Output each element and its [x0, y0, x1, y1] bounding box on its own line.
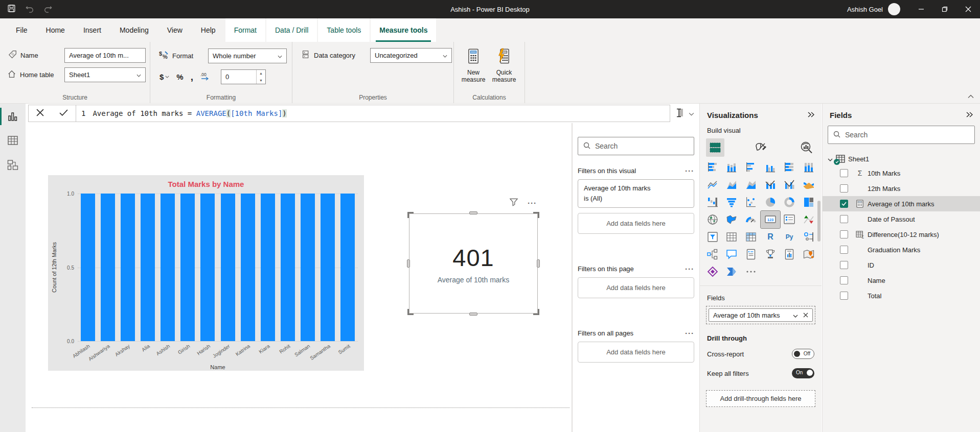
table-icon[interactable] [722, 228, 742, 246]
chevron-down-icon[interactable] [828, 155, 833, 163]
tab-insert[interactable]: Insert [75, 18, 110, 42]
redo-icon[interactable] [43, 5, 53, 14]
chart-bar[interactable] [161, 194, 175, 341]
resize-handle[interactable] [407, 212, 414, 218]
python-visual-icon[interactable]: Py [780, 228, 800, 246]
tab-file[interactable]: File [7, 18, 36, 42]
chart-bar[interactable] [221, 194, 235, 341]
field-row-12th-marks[interactable]: 12th Marks [823, 181, 980, 196]
report-canvas[interactable]: Total Marks by Name Count of 12th Marks … [26, 123, 572, 432]
paginated-report-icon[interactable] [780, 246, 800, 263]
treemap-icon[interactable] [799, 194, 818, 211]
data-category-select[interactable]: Uncategorized [370, 48, 452, 63]
donut-chart-icon[interactable] [780, 194, 800, 211]
filters-search-input[interactable]: Search [578, 137, 694, 155]
ribbon-chart-icon[interactable] [799, 176, 818, 194]
chart-bar[interactable] [200, 194, 215, 341]
drill-through-dropzone[interactable]: Add drill-through fields here [706, 390, 815, 407]
close-icon[interactable] [956, 0, 980, 18]
dax-formula-input[interactable]: 1 Average of 10th marks = AVERAGE([10th … [76, 105, 670, 122]
tab-table-tools[interactable]: Table tools [318, 18, 370, 42]
collapse-ribbon-icon[interactable] [968, 92, 974, 100]
field-checkbox[interactable] [840, 169, 848, 177]
cancel-formula-icon[interactable] [36, 109, 44, 118]
collapse-pane-icon[interactable] [966, 111, 973, 119]
resize-handle[interactable] [469, 313, 477, 316]
field-checkbox[interactable] [840, 184, 848, 193]
smart-narrative-icon[interactable] [741, 246, 761, 263]
clustered-column-chart-icon[interactable] [761, 159, 780, 176]
analytics-tab[interactable] [797, 138, 815, 157]
tab-measure-tools[interactable]: Measure tools [371, 18, 436, 42]
tab-home[interactable]: Home [37, 18, 74, 42]
field-row-id[interactable]: ID [823, 257, 980, 273]
power-apps-icon[interactable] [703, 263, 722, 280]
stacked-column-chart-icon[interactable] [722, 159, 742, 176]
stacked-area-chart-icon[interactable] [741, 176, 761, 194]
fields-well[interactable]: Average of 10th marks [706, 306, 815, 324]
chart-bar[interactable] [281, 194, 295, 341]
undo-icon[interactable] [25, 5, 34, 14]
filled-map-icon[interactable] [722, 211, 742, 228]
cross-report-toggle[interactable]: Off [792, 349, 814, 359]
card-icon[interactable]: 123 [761, 211, 780, 228]
key-influencers-icon[interactable] [799, 228, 818, 246]
filter-card[interactable]: Average of 10th marksis (All) [578, 179, 694, 208]
slicer-icon[interactable] [703, 228, 722, 246]
resize-handle[interactable] [533, 309, 539, 315]
field-checkbox[interactable] [840, 246, 848, 254]
field-row-name[interactable]: Name [823, 273, 980, 288]
chart-bar[interactable] [121, 194, 135, 341]
filter-dropzone[interactable]: Add data fields here [578, 277, 694, 298]
chart-bar[interactable] [340, 194, 355, 341]
save-icon[interactable] [7, 4, 16, 14]
chart-bar[interactable] [321, 194, 335, 341]
data-view-icon[interactable] [7, 134, 19, 147]
decimal-places-stepper[interactable]: 0 ▲▼ [221, 69, 266, 84]
matrix-icon[interactable] [741, 228, 761, 246]
gauge-icon[interactable] [741, 211, 761, 228]
stacked-bar-chart-icon[interactable] [703, 159, 722, 176]
clustered-bar-chart-icon[interactable] [741, 159, 761, 176]
chart-bar[interactable] [261, 194, 275, 341]
filter-funnel-icon[interactable] [509, 198, 518, 208]
field-pill[interactable]: Average of 10th marks [709, 308, 813, 322]
field-checkbox[interactable] [840, 200, 848, 208]
remove-field-icon[interactable] [803, 311, 808, 319]
field-checkbox[interactable] [840, 230, 848, 238]
100-stacked-bar-chart-icon[interactable] [780, 159, 800, 176]
area-chart-icon[interactable] [722, 176, 742, 194]
chart-bar[interactable] [101, 194, 115, 341]
filter-dropzone[interactable]: Add data fields here [578, 342, 694, 363]
field-checkbox[interactable] [840, 261, 848, 269]
decomposition-tree-icon[interactable] [703, 246, 722, 263]
chart-bar[interactable] [141, 194, 155, 341]
resize-handle[interactable] [469, 211, 477, 214]
r-script-icon[interactable]: R [761, 228, 780, 246]
report-view-icon[interactable] [7, 110, 19, 123]
model-view-icon[interactable] [7, 159, 19, 171]
fields-search-input[interactable]: Search [828, 126, 975, 144]
qa-icon[interactable] [722, 246, 742, 263]
line-clustered-column-chart-icon[interactable] [780, 176, 800, 194]
field-row-date-of-passout[interactable]: Date of Passout [823, 211, 980, 227]
percent-format-button[interactable]: % [176, 73, 183, 81]
field-checkbox[interactable] [840, 292, 848, 300]
resize-handle[interactable] [407, 259, 410, 268]
field-row-graduation-marks[interactable]: Graduation Marks [823, 242, 980, 257]
field-checkbox[interactable] [840, 276, 848, 284]
kpi-icon[interactable] [799, 211, 818, 228]
chart-bar[interactable] [241, 194, 255, 341]
field-row-10th-marks[interactable]: Σ10th Marks [823, 165, 980, 181]
power-automate-icon[interactable] [722, 263, 742, 280]
build-visual-tab[interactable] [706, 138, 724, 157]
format-select[interactable]: Whole number [208, 49, 287, 63]
funnel-chart-icon[interactable] [722, 194, 742, 211]
card-visual[interactable]: ··· 401 Average of 10th marks [409, 213, 538, 314]
bar-chart-visual[interactable]: Total Marks by Name Count of 12th Marks … [48, 175, 364, 371]
more-options-icon[interactable]: ··· [685, 329, 694, 338]
thousands-separator-button[interactable]: , [191, 75, 193, 80]
line-chart-icon[interactable] [703, 176, 722, 194]
collapse-pane-icon[interactable] [807, 111, 814, 119]
field-row-difference-10-12-marks-[interactable]: ΣDifference(10-12 marks) [823, 227, 980, 242]
